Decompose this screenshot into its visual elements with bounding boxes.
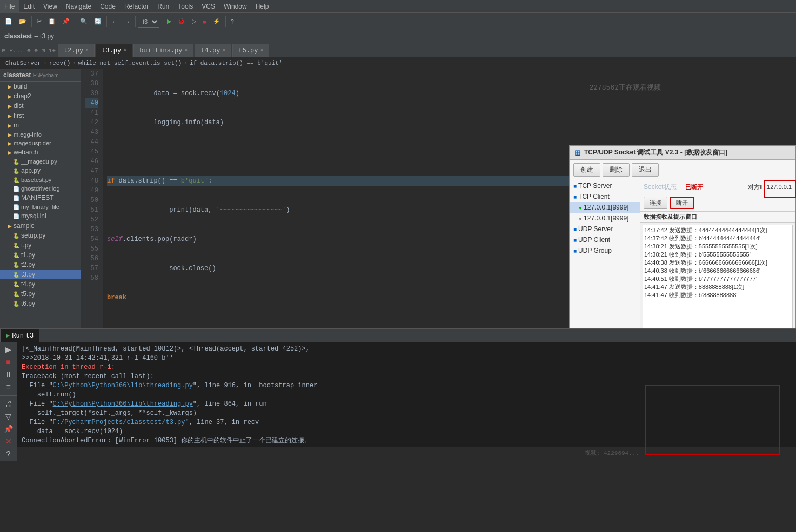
tree-magedu-py[interactable]: 🐍 __magedu.py xyxy=(0,157,81,166)
more-button[interactable]: ⚡ xyxy=(210,15,223,28)
tab-t4py[interactable]: t4.py × xyxy=(195,44,231,57)
tree-magedus[interactable]: ▶ mageduspider xyxy=(0,139,81,147)
toolbar-cut[interactable]: ✂ xyxy=(34,15,44,28)
run-stop-btn[interactable]: ■ xyxy=(3,357,15,367)
tree-sample[interactable]: ▶ sample xyxy=(0,221,81,231)
toolbar-new[interactable]: 📄 xyxy=(2,15,15,28)
run-tab-label: Run xyxy=(12,332,24,340)
tree-webarch[interactable]: ▶ webarch xyxy=(0,147,81,157)
tree-app-py[interactable]: 🐍 app.py xyxy=(0,166,81,176)
run-question-btn[interactable]: ? xyxy=(3,448,15,459)
run-step-btn[interactable]: ⏸ xyxy=(3,369,15,380)
menu-tools[interactable]: Tools xyxy=(173,0,197,13)
tree-manifest[interactable]: 📄 MANIFEST xyxy=(0,193,81,203)
run-output[interactable]: [<_MainThread(MainThread, started 10812)… xyxy=(17,342,796,461)
code-line-37: data = sock.recv(1024) xyxy=(107,89,792,98)
tree-t4[interactable]: 🐍 t4.py xyxy=(0,279,81,289)
tree-t3[interactable]: 🐍 t3.py xyxy=(0,270,81,279)
run-tab-active[interactable]: ▶ Run t3 xyxy=(0,329,39,342)
toolbar-forward[interactable]: → xyxy=(122,15,133,28)
run-scroll-btn[interactable]: ≡ xyxy=(3,382,15,392)
run-close-btn[interactable]: ✕ xyxy=(3,436,15,446)
tcp-tree-tcp-client[interactable]: ■ TCP Client xyxy=(570,191,640,202)
debug-button[interactable]: 🐞 xyxy=(175,15,188,28)
tcp-tree-connected-1[interactable]: ● 127.0.0.1[9999] xyxy=(570,202,640,213)
run-config-select[interactable]: t3 xyxy=(138,16,159,28)
tcp-title-text: TCP/UDP Socket 调试工具 V2.3 - [数据收发窗口] xyxy=(584,148,727,157)
menu-vcs[interactable]: VCS xyxy=(197,0,219,13)
tab-t2py-close[interactable]: × xyxy=(85,48,89,53)
code-editor[interactable]: 37 38 39 40 41 42 43 44 45 46 47 48 49 5… xyxy=(81,69,796,328)
tcp-tree-udp-server[interactable]: ■ UDP Server xyxy=(570,224,640,234)
tree-dist[interactable]: ▶ dist xyxy=(0,101,81,111)
tcp-tree-udp-client[interactable]: ■ UDP Client xyxy=(570,234,640,245)
run-clear-btn[interactable]: 🖨 xyxy=(3,399,15,409)
tcp-exit-btn[interactable]: 退出 xyxy=(632,163,659,177)
menu-view[interactable]: View xyxy=(39,0,62,13)
toolbar-copy[interactable]: 📋 xyxy=(45,15,58,28)
project-view-toggle[interactable]: ⊞ P... ⊕ ⊖ ⊡ 1+ xyxy=(0,44,58,57)
toolbar-sep-2 xyxy=(75,16,75,27)
tcp-create-btn[interactable]: 创建 xyxy=(573,163,600,177)
toolbar-paste[interactable]: 📌 xyxy=(59,15,72,28)
toolbar-replace[interactable]: 🔄 xyxy=(91,15,104,28)
file-icon-t2: 🐍 xyxy=(13,262,19,268)
tree-t5[interactable]: 🐍 t5.py xyxy=(0,289,81,299)
tree-t2[interactable]: 🐍 t2.py xyxy=(0,260,81,270)
tab-builtins[interactable]: builtins.py × xyxy=(133,44,193,57)
tree-first[interactable]: ▶ first xyxy=(0,111,81,120)
tree-t2-label: t2.py xyxy=(21,261,35,268)
menu-edit[interactable]: Edit xyxy=(19,0,39,13)
tree-t6[interactable]: 🐍 t6.py xyxy=(0,299,81,308)
menu-window[interactable]: Window xyxy=(219,0,251,13)
tree-chap2[interactable]: ▶ chap2 xyxy=(0,91,81,101)
tcp-tree-tcp-server[interactable]: ■ TCP Server xyxy=(570,180,640,191)
coverage-button[interactable]: ▷ xyxy=(189,15,199,28)
tab-t3py-close[interactable]: × xyxy=(123,48,126,53)
toolbar-open[interactable]: 📂 xyxy=(16,15,29,28)
run-rerun-btn[interactable]: ▶ xyxy=(3,345,15,355)
breadcrumb-part-1[interactable]: recv() xyxy=(49,60,71,66)
tab-t2py[interactable]: t2.py × xyxy=(58,44,95,57)
tab-t5py-close[interactable]: × xyxy=(260,48,263,53)
tab-t4py-close[interactable]: × xyxy=(222,48,225,53)
tcp-tree-node[interactable]: ● 127.0.0.1[9999] xyxy=(570,213,640,224)
menu-run[interactable]: Run xyxy=(153,0,173,13)
tab-builtins-close[interactable]: × xyxy=(184,48,188,53)
stop-button[interactable]: ■ xyxy=(200,15,209,28)
line-numbers: 37 38 39 40 41 42 43 44 45 46 47 48 49 5… xyxy=(81,69,103,328)
breadcrumb-part-0[interactable]: ChatServer xyxy=(5,60,41,66)
tree-binary[interactable]: 📄 my_binary_file xyxy=(0,203,81,211)
tree-megg[interactable]: ▶ m.egg-info xyxy=(0,130,81,139)
tree-ghostdriver[interactable]: 📄 ghostdriver.log xyxy=(0,184,81,193)
breadcrumb-part-3[interactable]: if data.strip() == b'quit' xyxy=(190,60,283,66)
tree-t1[interactable]: 🐍 t1.py xyxy=(0,250,81,260)
tab-t3py[interactable]: t3.py × xyxy=(96,44,132,57)
run-pin-btn[interactable]: 📌 xyxy=(3,423,15,434)
menu-navigate[interactable]: Navigate xyxy=(62,0,96,13)
tab-t5py[interactable]: t5.py × xyxy=(232,44,269,57)
run-filter-btn[interactable]: ▽ xyxy=(3,411,15,421)
run-button[interactable]: ▶ xyxy=(164,15,174,28)
menu-help[interactable]: Help xyxy=(251,0,273,13)
toolbar-back[interactable]: ← xyxy=(109,15,121,28)
recv-area[interactable]: 14:37:42 发送数据：44444444444444444[1次] 14:3… xyxy=(643,225,793,328)
connect-btn[interactable]: 连接 xyxy=(644,197,667,209)
tcp-client-icon: ■ xyxy=(573,194,577,200)
disconnect-btn[interactable]: 断开 xyxy=(670,197,694,209)
menu-refactor[interactable]: Refactor xyxy=(120,0,153,13)
menu-file[interactable]: File xyxy=(0,0,19,13)
help-button[interactable]: ? xyxy=(228,15,237,28)
breadcrumb-part-2[interactable]: while not self.event.is_set() xyxy=(78,60,182,66)
tcp-delete-btn[interactable]: 删除 xyxy=(603,163,630,177)
tcp-tree-udp-group[interactable]: ■ UDP Group xyxy=(570,245,640,256)
tree-mysql[interactable]: 📄 mysql.ini xyxy=(0,211,81,221)
toolbar-find[interactable]: 🔍 xyxy=(77,15,90,28)
tree-setup[interactable]: 🐍 setup.py xyxy=(0,231,81,240)
tree-basetest-py[interactable]: 🐍 basetest.py xyxy=(0,176,81,184)
tree-build[interactable]: ▶ build xyxy=(0,82,81,91)
menu-code[interactable]: Code xyxy=(96,0,120,13)
socket-status-label: Socket状态 xyxy=(644,183,677,192)
tree-t-py[interactable]: 🐍 t.py xyxy=(0,240,81,250)
tree-m[interactable]: ▶ m xyxy=(0,120,81,130)
